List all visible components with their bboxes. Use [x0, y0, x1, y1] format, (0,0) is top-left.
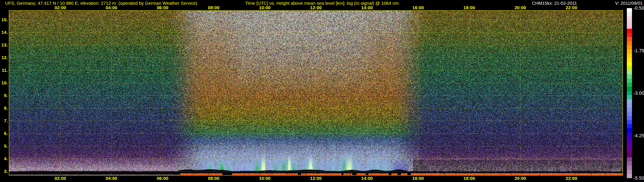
x-axis-top-ticks: 02:0004:0006:0008:0010:0012:0014:0016:00… [0, 5, 644, 10]
x-tick-label-top: 14:00 [361, 5, 373, 10]
colorbar-tick-label: -4.25 [634, 133, 644, 139]
x-tick-label-top: 10:00 [259, 5, 271, 10]
y-tick-label: 11. [2, 68, 8, 73]
y-axis-ticks: 15.14.13.12.11.10.9.8.7.6.5.4.3. [0, 0, 8, 182]
y-tick-label: 12. [2, 55, 8, 60]
x-tick-label-bottom: 10:00 [259, 176, 271, 181]
ceilometer-quicklook: UFS, Germany; 47.417 N / 10.980 E; eleva… [0, 0, 644, 182]
x-tick-label-bottom: 14:00 [361, 176, 373, 181]
y-tick-label: 14. [2, 30, 8, 35]
x-tick-label-top: 06:00 [157, 5, 168, 10]
y-tick-label: 4. [4, 156, 8, 161]
colorbar-tick-label: -1.75 [634, 48, 644, 54]
x-tick-label-top: 18:00 [464, 5, 475, 10]
y-tick-label: 3. [4, 169, 8, 174]
colorbar [627, 8, 632, 178]
y-tick-label: 9. [4, 93, 8, 98]
y-tick-label: 6. [4, 131, 8, 136]
y-tick-label: 8. [4, 105, 8, 111]
x-tick-label-bottom: 12:00 [310, 176, 322, 181]
y-tick-label: 5. [4, 143, 8, 149]
x-tick-label-bottom: 02:00 [54, 176, 66, 181]
x-tick-label-bottom: 06:00 [157, 176, 168, 181]
x-tick-label-bottom: 18:00 [464, 176, 475, 181]
y-tick-label: 7. [4, 118, 8, 123]
x-tick-label-bottom: 08:00 [208, 176, 220, 181]
y-tick-label: 13. [2, 42, 8, 48]
heatmap-canvas [9, 11, 622, 175]
colorbar-tick-label: -5.50 [634, 175, 644, 181]
plot-area [9, 10, 623, 176]
x-tick-label-bottom: 04:00 [106, 176, 117, 181]
x-tick-label-bottom: 20:00 [514, 176, 526, 181]
x-tick-label-top: 12:00 [310, 5, 322, 10]
x-tick-label-top: 16:00 [412, 5, 424, 10]
y-tick-label: 10. [2, 80, 8, 86]
colorbar-tick-label: -3.00 [634, 90, 644, 96]
x-tick-label-bottom: 22:00 [566, 176, 577, 181]
x-axis-bottom-ticks: 02:0004:0006:0008:0010:0012:0014:0016:00… [0, 176, 644, 182]
x-tick-label-top: 20:00 [514, 5, 526, 10]
x-tick-label-top: 08:00 [208, 5, 220, 10]
colorbar-tick-label: -0.50 [634, 5, 644, 11]
x-tick-label-top: 04:00 [106, 5, 117, 10]
x-tick-label-top: 22:00 [566, 5, 577, 10]
x-tick-label-bottom: 16:00 [412, 176, 424, 181]
y-tick-label: 15. [2, 17, 8, 22]
x-tick-label-top: 02:00 [54, 5, 66, 10]
